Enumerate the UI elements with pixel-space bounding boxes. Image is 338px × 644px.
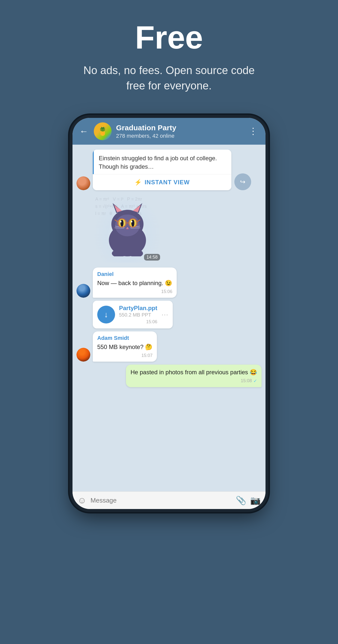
message-input-bar: ☺ 📎 📷 xyxy=(72,492,266,509)
message-row: Adam Smidt 550 MB keynote? 🤔 15:07 xyxy=(76,332,262,362)
sticker-message-row: A = πr² V = l³ P = 2πr s = √(r²+h²) A = … xyxy=(76,193,262,262)
chat-status: 278 members, 42 online xyxy=(116,133,242,139)
camera-button[interactable]: 📷 xyxy=(250,496,261,505)
main-title: Free xyxy=(82,20,256,55)
message-bubble: Daniel Now — back to planning. 😉 15:06 xyxy=(93,268,177,298)
message-text: Now — back to planning. 😉 xyxy=(97,279,172,288)
attach-button[interactable]: 📎 xyxy=(236,496,246,505)
file-size: 550.2 MB PPT xyxy=(119,312,157,318)
download-icon: ↓ xyxy=(104,310,108,319)
share-button[interactable]: ↪ xyxy=(234,174,251,190)
sender-name: Adam Smidt xyxy=(97,335,152,341)
message-time: 15:08 ✓ xyxy=(130,378,257,384)
instant-view-button[interactable]: ⚡ INSTANT VIEW xyxy=(93,174,231,190)
message-row: He pasted in photos from all previous pa… xyxy=(76,364,262,387)
chat-header: ← 🍍 Graduation Party 278 members, 42 onl… xyxy=(72,118,266,145)
share-icon: ↪ xyxy=(240,178,246,186)
sender-name: Daniel xyxy=(97,271,172,278)
message-time: 15:06 xyxy=(97,289,172,294)
chat-messages: Einstein struggled to find a job out of … xyxy=(72,145,266,492)
phone-screen: ← 🍍 Graduation Party 278 members, 42 onl… xyxy=(72,118,266,509)
chat-name: Graduation Party xyxy=(116,123,242,132)
file-download-icon[interactable]: ↓ xyxy=(97,306,115,324)
outgoing-bubble: He pasted in photos from all previous pa… xyxy=(126,364,262,387)
file-info: PartyPlan.ppt 550.2 MB PPT 15:06 xyxy=(119,305,157,324)
message-text: He pasted in photos from all previous pa… xyxy=(130,368,257,377)
message-row: Einstein struggled to find a job out of … xyxy=(76,150,262,190)
chat-info: Graduation Party 278 members, 42 online xyxy=(116,123,242,139)
article-text: Einstein struggled to find a job out of … xyxy=(99,154,226,171)
phone-frame: ← 🍍 Graduation Party 278 members, 42 onl… xyxy=(72,118,266,509)
emoji-button[interactable]: ☺ xyxy=(77,495,87,506)
file-name: PartyPlan.ppt xyxy=(119,305,157,312)
article-bubble: Einstein struggled to find a job out of … xyxy=(93,150,231,190)
sender-avatar xyxy=(76,348,90,362)
message-bubble: Adam Smidt 550 MB keynote? 🤔 15:07 xyxy=(93,332,157,362)
sticker-time: 14:58 xyxy=(144,254,160,260)
sender-avatar xyxy=(76,176,90,190)
phone-wrapper: ← 🍍 Graduation Party 278 members, 42 onl… xyxy=(72,118,266,509)
back-button[interactable]: ← xyxy=(78,125,89,138)
math-background: A = πr² V = l³ P = 2πr s = √(r²+h²) A = … xyxy=(93,193,162,262)
lightning-icon: ⚡ xyxy=(134,179,142,186)
sticker-image: A = πr² V = l³ P = 2πr s = √(r²+h²) A = … xyxy=(93,193,162,262)
group-avatar: 🍍 xyxy=(94,122,112,140)
more-button[interactable]: ⋮ xyxy=(247,124,260,138)
message-input[interactable] xyxy=(91,496,232,504)
message-row: Daniel Now — back to planning. 😉 15:06 xyxy=(76,268,262,298)
file-more-button[interactable]: ⋯ xyxy=(161,310,168,319)
file-bubble: ↓ PartyPlan.ppt 550.2 MB PPT 15:06 ⋯ xyxy=(93,301,173,328)
message-time: 15:06 xyxy=(119,319,157,324)
read-check-icon: ✓ xyxy=(253,378,257,384)
page-header: Free No ads, no fees. Open source code f… xyxy=(72,0,266,108)
message-time: 15:07 xyxy=(97,353,152,358)
message-text: 550 MB keynote? 🤔 xyxy=(97,343,152,352)
main-subtitle: No ads, no fees. Open source code free f… xyxy=(82,63,256,93)
sender-avatar xyxy=(76,284,90,298)
instant-view-label: INSTANT VIEW xyxy=(144,179,190,186)
message-row: ↓ PartyPlan.ppt 550.2 MB PPT 15:06 ⋯ xyxy=(93,301,262,328)
sticker-wrapper: A = πr² V = l³ P = 2πr s = √(r²+h²) A = … xyxy=(93,193,162,262)
